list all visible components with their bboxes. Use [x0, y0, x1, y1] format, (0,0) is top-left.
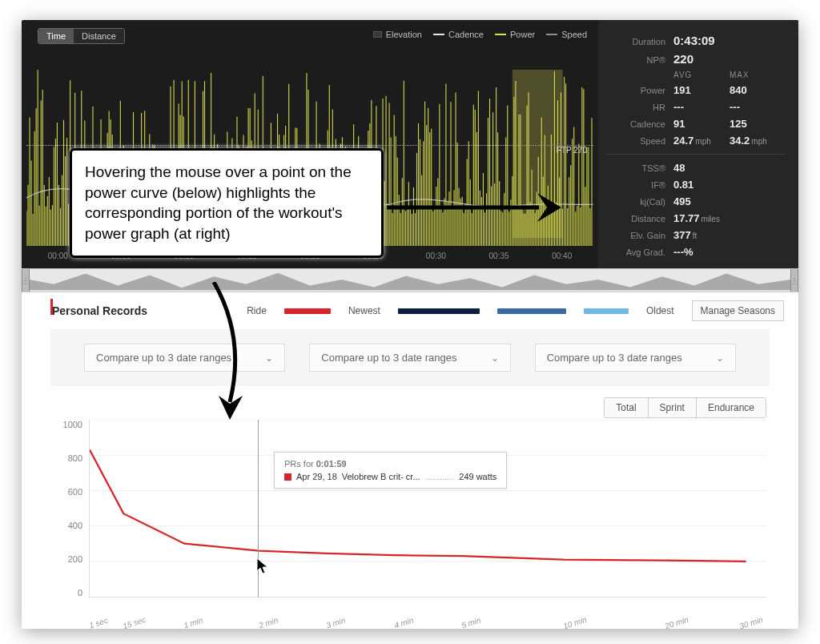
speed-avg: 24.7mph — [673, 135, 730, 147]
hover-indicator-line — [258, 420, 259, 597]
chevron-down-icon: ⌄ — [716, 352, 724, 364]
tab-endurance[interactable]: Endurance — [696, 398, 766, 417]
x-axis-toggle[interactable]: Time Distance — [38, 28, 125, 44]
duration-label: Duration — [606, 37, 673, 46]
toggle-distance[interactable]: Distance — [74, 29, 124, 43]
scrub-handle-right[interactable] — [790, 269, 798, 292]
power-max: 840 — [730, 84, 786, 96]
curve-category-tabs[interactable]: Total Sprint Endurance — [604, 397, 766, 418]
annotation-callout: Hovering the mouse over a point on the p… — [70, 148, 384, 258]
power-curve-chart[interactable]: Total Sprint Endurance 10008006004002000 — [50, 397, 770, 622]
tab-total[interactable]: Total — [605, 398, 647, 417]
cadence-avg: 91 — [673, 118, 730, 130]
scrub-handle-left[interactable] — [22, 269, 30, 292]
annotation-arrow-right — [387, 183, 563, 231]
chevron-down-icon: ⌄ — [265, 352, 273, 364]
stats-panel: Duration 0:43:09 NP® 220 AVG MAX Power 1… — [598, 20, 798, 268]
np-label: NP® — [606, 55, 673, 65]
pr-title: Personal Records — [52, 304, 147, 317]
np-value: 220 — [673, 52, 786, 66]
cadence-max: 125 — [730, 118, 786, 130]
legend-power[interactable]: Power — [495, 30, 535, 39]
toggle-time[interactable]: Time — [38, 29, 74, 43]
annotation-arrow-down — [198, 282, 262, 426]
legend-elevation[interactable]: Elevation — [373, 30, 422, 39]
compare-range-2[interactable]: Compare up to 3 date ranges⌄ — [309, 344, 510, 372]
speed-max: 34.2mph — [730, 135, 786, 147]
manage-seasons-button[interactable]: Manage Seasons — [692, 300, 784, 321]
graph-legend: Elevation Cadence Power Speed — [373, 30, 587, 39]
power-curve-tooltip: PRs for 0:01:59 Apr 29, 18 Velobrew B cr… — [274, 452, 507, 489]
chevron-down-icon: ⌄ — [491, 352, 499, 364]
ride-bar — [284, 308, 331, 314]
legend-speed[interactable]: Speed — [546, 30, 587, 39]
tooltip-series-swatch — [284, 473, 291, 481]
duration-value: 0:43:09 — [673, 34, 786, 47]
range-scrubber[interactable] — [22, 268, 798, 292]
compare-ranges-row: Compare up to 3 date ranges⌄ Compare up … — [50, 329, 770, 386]
season-bar-oldest — [584, 308, 629, 314]
tab-sprint[interactable]: Sprint — [648, 398, 696, 417]
compare-range-3[interactable]: Compare up to 3 date ranges⌄ — [535, 344, 736, 372]
y-axis: 10008006004002000 — [50, 420, 82, 598]
power-avg: 191 — [673, 84, 730, 96]
season-bar-mid — [497, 308, 566, 314]
legend-cadence[interactable]: Cadence — [433, 30, 484, 39]
personal-records-panel: Personal Records Ride Newest Oldest Mana… — [22, 292, 798, 622]
season-bar-newest — [398, 308, 480, 314]
